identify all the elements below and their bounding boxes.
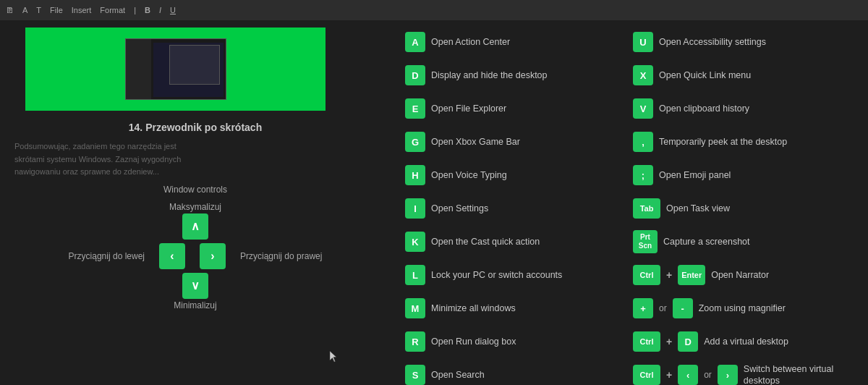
shortcuts-panel: A Open Action Center D Display and hide … [391,20,868,385]
shortcut-k: K Open the Cast quick action [401,226,629,258]
key-left-arrow: ‹ [678,365,698,385]
desc-tab: Open Task view [666,203,730,214]
key-g: G [405,132,425,152]
key-u: U [633,32,653,52]
shortcut-tab: Tab Open Task view [629,192,857,224]
desc-m: Minimize all windows [431,302,516,314]
desc-prtscn: Capture a screenshot [663,236,750,248]
preview-container [25,28,326,111]
snap-left-button[interactable]: ‹ [159,243,185,269]
controls-grid: Maksymalizuj ∧ Przyciągnij do lewej ‹ › … [69,202,323,310]
key-s: S [405,365,425,385]
key-i: I [405,198,425,219]
body-text-block: Podsumowując, zadaniem tego narzędzia je… [14,140,376,179]
shortcut-v: V Open clipboard history [629,93,857,124]
shortcut-r: R Open Run dialog box [401,326,629,358]
shortcut-i: I Open Settings [401,192,629,224]
desc-d: Display and hide the desktop [431,69,548,81]
plus-3: + [666,369,672,381]
desc-i: Open Settings [431,203,488,214]
plus-2: + [666,336,672,347]
desc-v: Open clipboard history [659,103,749,114]
toolbar-icon-italic[interactable]: I [159,6,161,14]
shortcut-virtual-desktops: Ctrl + ‹ or › Switch between virtual des… [629,359,857,385]
key-tab: Tab [633,198,660,219]
key-a: A [405,32,425,52]
desc-ctrl-enter: Open Narrator [711,269,769,281]
key-h: H [405,165,425,185]
toolbar-icon-1[interactable]: 🖹 [6,6,14,14]
maximize-button[interactable]: ∧ [182,213,208,240]
plus-1: + [666,269,672,281]
desc-e: Open File Explorer [431,103,506,114]
key-l: L [405,265,425,285]
key-v: V [633,98,653,119]
toolbar-icon-underline[interactable]: U [170,6,176,14]
toolbar-icon-2[interactable]: A [22,6,27,14]
shortcut-comma: , Temporarily peek at the desktop [629,126,857,158]
desc-k: Open the Cast quick action [431,236,540,248]
shortcut-m: M Minimize all windows [401,292,629,324]
key-right-arrow: › [718,365,738,385]
controls-middle-row: Przyciągnij do lewej ‹ › Przyciągnij do … [69,243,323,269]
key-comma: , [633,132,653,152]
shortcut-l: L Lock your PC or switch accounts [401,259,629,291]
desc-ctrl-d: Add a virtual desktop [704,336,788,347]
key-e: E [405,98,425,119]
shortcut-magnifier: + or - Zoom using magnifier [629,292,857,324]
shortcut-s: S Open Search [401,359,629,385]
key-minus: - [673,298,693,318]
maximize-label: Maksymalizuj [169,202,221,212]
key-r: R [405,331,425,352]
window-controls-label: Window controls [163,185,227,195]
desc-r: Open Run dialog box [431,336,516,347]
shortcut-semicolon: ; Open Emoji panel [629,159,857,191]
window-controls-section: Window controls Maksymalizuj ∧ Przyciągn… [14,185,376,310]
preview-sidebar [126,39,151,99]
desc-h: Open Voice Typing [431,169,507,181]
shortcut-ctrl-d: Ctrl + D Add a virtual desktop [629,326,857,358]
desc-l: Lock your PC or switch accounts [431,269,562,281]
left-panel: 14. Przewodnik po skrótach Podsumowując,… [0,20,391,385]
desc-u: Open Accessibility settings [659,36,766,48]
shortcut-x: X Open Quick Link menu [629,59,857,91]
toolbar-menu-file[interactable]: File [50,6,63,14]
toolbar-icon-3[interactable]: T [36,6,41,14]
toolbar-menu-format[interactable]: Format [100,6,125,14]
key-x: X [633,65,653,85]
key-prtscn: PrtScn [633,230,658,253]
shortcuts-right-col: U Open Accessibility settings X Open Qui… [629,26,857,385]
toolbar-spacer: | [134,6,136,14]
shortcut-a: A Open Action Center [401,26,629,58]
shortcut-d: D Display and hide the desktop [401,59,629,91]
key-ctrl-2: Ctrl [633,331,660,352]
shortcut-ctrl-enter: Ctrl + Enter Open Narrator [629,259,857,291]
key-plus: + [633,298,653,318]
shortcut-prtscn: PrtScn Capture a screenshot [629,226,857,258]
desc-a: Open Action Center [431,36,510,48]
shortcuts-left-col: A Open Action Center D Display and hide … [401,26,629,385]
or-text-2: or [704,370,712,380]
snap-right-button[interactable]: › [200,243,226,269]
snap-left-label: Przyciągnij do lewej [69,251,145,261]
minimize-label: Minimalizuj [174,300,216,310]
desc-semicolon: Open Emoji panel [659,169,731,181]
desc-magnifier: Zoom using magnifier [699,302,786,314]
key-ctrl-1: Ctrl [633,265,660,285]
key-d: D [405,65,425,85]
shortcut-h: H Open Voice Typing [401,159,629,191]
desc-comma: Temporarily peek at the desktop [659,136,787,148]
preview-dialog [169,45,220,85]
main-content: 14. Przewodnik po skrótach Podsumowując,… [0,20,868,385]
key-k: K [405,232,425,252]
shortcut-u: U Open Accessibility settings [629,26,857,58]
toolbar-menu-insert[interactable]: Insert [72,6,92,14]
desc-virtual-desktops: Switch between virtual desktops [744,363,854,385]
key-semicolon: ; [633,165,653,185]
snap-right-label: Przyciągnij do prawej [240,251,322,261]
toolbar-icon-bold[interactable]: B [145,6,150,14]
minimize-button[interactable]: ∨ [182,273,208,299]
desc-s: Open Search [431,369,485,381]
desc-g: Open Xbox Game Bar [431,136,520,148]
desc-x: Open Quick Link menu [659,69,751,81]
